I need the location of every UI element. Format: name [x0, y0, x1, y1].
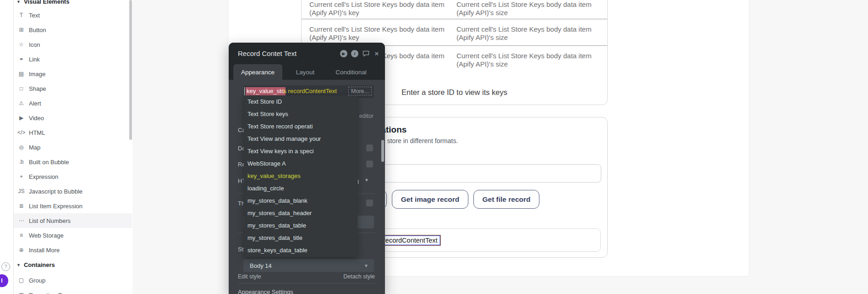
palette-item[interactable]: JS Javascript to Bubble [14, 184, 132, 199]
palette-item[interactable]: ▦ Repeating Group [14, 288, 132, 294]
palette-item[interactable]: ⊕ Install More [14, 243, 132, 257]
palette-item-icon: □ [17, 85, 25, 92]
palette-item-label: List of Numbers [29, 217, 71, 224]
palette-item-label: Video [29, 115, 44, 122]
more-options[interactable]: More... [348, 87, 372, 95]
elements-palette: ▼ Visual Elements T Text ⊞ Button ☆ Icon… [14, 0, 132, 294]
comment-icon[interactable] [362, 50, 369, 57]
palette-item[interactable]: □ Shape [14, 81, 132, 96]
expression-suffix[interactable]: 's recordContentText [282, 87, 337, 95]
palette-item-icon: JS [17, 188, 25, 194]
autocomplete-option[interactable]: WebStorage A [244, 157, 357, 170]
autocomplete-option[interactable]: loading_circle [244, 182, 357, 194]
autocomplete-option[interactable]: my_stores_data_header [244, 207, 357, 219]
style-select-value: Body 14 [250, 262, 272, 269]
autocomplete-option[interactable]: store_keys_data_table [244, 244, 357, 256]
selected-expression-token[interactable]: key_value_sto [246, 87, 286, 95]
palette-item[interactable]: ⚭ Link [14, 52, 132, 67]
palette-item[interactable]: ▶ Video [14, 111, 132, 125]
property-editor-panel[interactable]: Record Contet Text ▶ i × Appearance Layo… [229, 43, 385, 294]
palette-item-label: Button [29, 27, 46, 33]
style-select[interactable]: Body 14 ▼ [243, 259, 374, 272]
containers-label: Containers [24, 261, 55, 268]
palette-item[interactable]: T Text [14, 8, 132, 22]
chevron-down-icon: ▼ [364, 178, 369, 183]
checkbox[interactable] [366, 161, 373, 167]
palette-item[interactable]: ⋯ List of Numbers [14, 213, 132, 228]
palette-item-icon: ☆ [17, 41, 25, 48]
get-image-record-button[interactable]: Get image record [392, 190, 468, 209]
palette-item-icon: ⋯ [17, 217, 25, 224]
checkbox[interactable] [366, 200, 373, 206]
checkbox[interactable] [366, 144, 373, 151]
close-icon[interactable]: × [373, 50, 380, 57]
tab-conditional[interactable]: Conditional [331, 64, 371, 80]
key-cell: Current cell's List Store Keys body data… [309, 0, 448, 19]
keys-row[interactable]: Current cell's List Store Keys body data… [302, 19, 607, 46]
autocomplete-option[interactable]: Text Store record operati [244, 120, 357, 133]
palette-item-icon: ▢ [17, 277, 25, 283]
size-cell: Current cell's List Store Keys body data… [456, 0, 603, 19]
palette-item-label: Expression [29, 173, 58, 180]
palette-item-label: Group [29, 277, 45, 284]
avatar[interactable]: I [0, 274, 8, 287]
edit-style-link[interactable]: Edit style [238, 273, 261, 280]
autocomplete-option[interactable]: Text View and manage your [244, 133, 357, 145]
dropdown-scrollbar[interactable] [381, 140, 384, 162]
palette-item[interactable]: + Expression [14, 169, 132, 184]
palette-item-list: T Text ⊞ Button ☆ Icon ⚭ Link ▤ Image □ … [14, 8, 132, 257]
detach-style-link[interactable]: Detach style [343, 273, 375, 280]
palette-item-icon: .b [17, 159, 25, 165]
palette-item[interactable]: .b Built on Bubble [14, 155, 132, 169]
palette-item-icon: + [17, 173, 25, 180]
palette-item-label: Web Storage [29, 232, 64, 239]
palette-item-label: Map [29, 144, 40, 151]
container-item-list: ▢ Group ▦ Repeating Group [14, 273, 132, 294]
palette-item-label: List Item Expression [29, 203, 82, 210]
palette-item-icon: ≡ [17, 232, 25, 239]
autocomplete-option[interactable]: my_stores_data_table [244, 219, 357, 232]
palette-item[interactable]: ≣ List Item Expression [14, 199, 132, 213]
visual-elements-label: Visual Elements [24, 0, 69, 5]
autocomplete-option[interactable]: my_stores_data_title [244, 232, 357, 244]
palette-item-label: Repeating Group [29, 292, 74, 294]
palette-item[interactable]: ⊞ Button [14, 22, 132, 37]
panel-header[interactable]: Record Contet Text ▶ i × [229, 43, 385, 64]
palette-item-label: Shape [29, 85, 46, 92]
palette-item[interactable]: ◎ Map [14, 140, 132, 155]
palette-item[interactable]: </> HTML [14, 125, 132, 140]
help-button[interactable]: ? [1, 262, 10, 271]
palette-item-icon: ⚠ [17, 100, 25, 106]
palette-item-icon: ▶ [17, 115, 25, 121]
visual-elements-header[interactable]: ▼ Visual Elements [16, 0, 69, 5]
palette-item-icon: ⚭ [17, 56, 25, 62]
autocomplete-dropdown: Text Store IDText Store keysText Store r… [244, 95, 357, 257]
autocomplete-option[interactable]: Text View keys in a speci [244, 145, 357, 157]
tab-layout[interactable]: Layout [291, 64, 320, 80]
palette-item-icon: T [17, 12, 25, 18]
tab-appearance[interactable]: Appearance [233, 64, 282, 80]
palette-item-label: Alert [29, 100, 41, 107]
get-file-record-button[interactable]: Get file record [473, 190, 539, 209]
palette-item[interactable]: ☆ Icon [14, 37, 132, 52]
palette-item[interactable]: ▤ Image [14, 67, 132, 81]
chevron-down-icon: ▼ [364, 263, 368, 268]
palette-item-label: Icon [29, 41, 40, 48]
autocomplete-option[interactable]: Text Store ID [244, 95, 357, 108]
size-cell: Current cell's List Store Keys body data… [456, 52, 603, 72]
autocomplete-option[interactable]: key_value_storages [244, 170, 357, 182]
keys-row[interactable]: Current cell's List Store Keys body data… [302, 0, 607, 19]
info-icon[interactable]: i [351, 50, 358, 57]
appearance-settings-header: Appearance Settings [238, 288, 293, 294]
palette-item[interactable]: ▢ Group [14, 273, 132, 288]
containers-header[interactable]: ▼ Containers [16, 261, 55, 268]
chevron-down-icon: ▼ [16, 0, 21, 4]
palette-item[interactable]: ≡ Web Storage [14, 228, 132, 243]
palette-item[interactable]: ⚠ Alert [14, 96, 132, 111]
palette-item-icon: ▦ [17, 292, 25, 294]
preview-play-icon[interactable]: ▶ [340, 50, 347, 57]
autocomplete-option[interactable]: my_stores_data_blank [244, 194, 357, 207]
palette-item-label: Javascript to Bubble [29, 188, 82, 195]
autocomplete-option[interactable]: Text Store keys [244, 108, 357, 120]
sidebar-scrollbar[interactable] [129, 0, 132, 140]
